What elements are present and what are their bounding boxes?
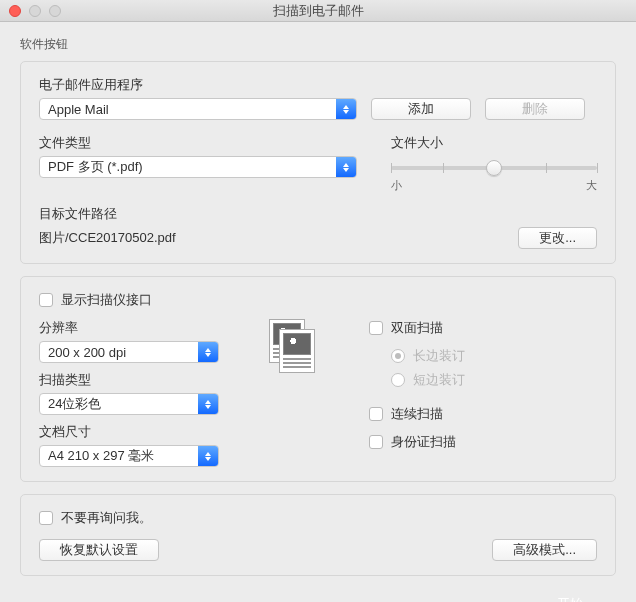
short-edge-radio (391, 373, 405, 387)
section-label: 软件按钮 (0, 22, 636, 61)
continuous-label: 连续扫描 (391, 405, 443, 423)
scan-type-select[interactable]: 24位彩色 (39, 393, 219, 415)
email-app-label: 电子邮件应用程序 (39, 76, 597, 94)
resolution-value: 200 x 200 dpi (48, 345, 126, 360)
scan-type-value: 24位彩色 (48, 395, 101, 413)
short-edge-label: 短边装订 (413, 371, 465, 389)
restore-defaults-button[interactable]: 恢复默认设置 (39, 539, 159, 561)
panel-scan-options: 显示扫描仪接口 分辨率 200 x 200 dpi 扫描类型 24位彩色 文档尺… (20, 276, 616, 482)
doc-size-value: A4 210 x 297 毫米 (48, 447, 154, 465)
continuous-checkbox[interactable] (369, 407, 383, 421)
duplex-label: 双面扫描 (391, 319, 443, 337)
updown-icon (336, 157, 356, 177)
window-title: 扫描到电子邮件 (0, 2, 636, 20)
size-large-label: 大 (586, 178, 597, 193)
dont-ask-checkbox[interactable] (39, 511, 53, 525)
panel-misc: 不要再询问我。 恢复默认设置 高级模式... (20, 494, 616, 576)
email-app-value: Apple Mail (48, 102, 109, 117)
long-edge-radio (391, 349, 405, 363)
idcard-checkbox[interactable] (369, 435, 383, 449)
panel-basic: 电子邮件应用程序 Apple Mail 添加 删除 文件类型 PDF 多页 (*… (20, 61, 616, 264)
show-scanner-checkbox[interactable] (39, 293, 53, 307)
dest-path-value: 图片/CCE20170502.pdf (39, 229, 176, 247)
titlebar: 扫描到电子邮件 (0, 0, 636, 22)
doc-size-label: 文档尺寸 (39, 423, 219, 441)
doc-size-select[interactable]: A4 210 x 297 毫米 (39, 445, 219, 467)
slider-labels: 小 大 (391, 178, 597, 193)
resolution-label: 分辨率 (39, 319, 219, 337)
resolution-select[interactable]: 200 x 200 dpi (39, 341, 219, 363)
updown-icon (198, 394, 218, 414)
file-size-slider[interactable] (391, 166, 597, 170)
dont-ask-label: 不要再询问我。 (61, 509, 152, 527)
advanced-mode-button[interactable]: 高级模式... (492, 539, 597, 561)
scan-type-label: 扫描类型 (39, 371, 219, 389)
email-app-select[interactable]: Apple Mail (39, 98, 357, 120)
updown-icon (336, 99, 356, 119)
updown-icon (198, 342, 218, 362)
duplex-checkbox[interactable] (369, 321, 383, 335)
dest-path-label: 目标文件路径 (39, 205, 597, 223)
file-type-select[interactable]: PDF 多页 (*.pdf) (39, 156, 357, 178)
show-scanner-label: 显示扫描仪接口 (61, 291, 152, 309)
delete-button: 删除 (485, 98, 585, 120)
add-button[interactable]: 添加 (371, 98, 471, 120)
long-edge-label: 长边装订 (413, 347, 465, 365)
slider-knob[interactable] (486, 160, 502, 176)
file-type-label: 文件类型 (39, 134, 357, 152)
document-thumbs-icon (269, 319, 319, 375)
file-type-value: PDF 多页 (*.pdf) (48, 158, 143, 176)
size-small-label: 小 (391, 178, 402, 193)
idcard-label: 身份证扫描 (391, 433, 456, 451)
file-size-label: 文件大小 (391, 134, 597, 152)
change-button[interactable]: 更改... (518, 227, 597, 249)
updown-icon (198, 446, 218, 466)
footer: 关闭 开始扫描 (0, 588, 636, 602)
